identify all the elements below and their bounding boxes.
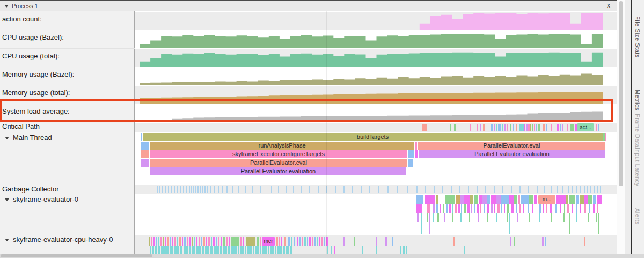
trace-slice[interactable] [196, 237, 197, 246]
trace-slice[interactable] [243, 237, 244, 246]
trace-slice[interactable] [509, 213, 510, 234]
label-skyframe-evaluator-cpu-heavy-0[interactable]: skyframe-evaluator-cpu-heavy-0 [0, 232, 135, 243]
gc-event-tick[interactable] [214, 186, 215, 193]
trace-slice[interactable] [452, 204, 453, 213]
label-skyframe-evaluator-0[interactable]: skyframe-evaluator-0 [0, 192, 135, 203]
trace-slice[interactable] [443, 204, 444, 213]
gc-event-tick[interactable] [222, 186, 223, 193]
trace-slice[interactable] [546, 124, 547, 131]
trace-slice[interactable] [516, 124, 517, 131]
trace-slice[interactable] [189, 246, 191, 254]
gc-event-tick[interactable] [197, 186, 199, 193]
track-cpu-total[interactable] [135, 49, 617, 67]
trace-slice[interactable] [530, 124, 531, 131]
trace-slice[interactable] [427, 204, 430, 213]
trace-slice[interactable] [570, 124, 574, 131]
trace-slice[interactable] [187, 237, 188, 246]
trace-slice[interactable] [445, 195, 455, 204]
gc-event-tick[interactable] [343, 186, 345, 193]
trace-slice[interactable] [539, 204, 541, 213]
trace-slice[interactable] [446, 204, 448, 213]
trace-slice[interactable] [291, 237, 292, 246]
trace-slice[interactable] [297, 237, 298, 246]
trace-slice[interactable] [474, 204, 475, 213]
collapse-arrow-icon[interactable] [4, 5, 9, 8]
trace-slice[interactable] [455, 204, 457, 213]
trace-slice-runanalysisphase[interactable]: runAnalysisPhase [150, 142, 414, 150]
cpu-bazel-chart[interactable] [140, 31, 603, 48]
trace-slice[interactable] [189, 237, 191, 246]
gc-event-tick[interactable] [378, 186, 379, 193]
trace-slice[interactable] [584, 204, 586, 213]
gc-event-tick[interactable] [193, 186, 194, 193]
trace-slice[interactable] [538, 124, 540, 131]
label-main-thread[interactable]: Main Thread [0, 130, 135, 141]
trace-slice[interactable] [362, 246, 363, 254]
trace-slice[interactable] [309, 237, 311, 246]
gc-event-tick[interactable] [177, 186, 178, 193]
gc-event-tick[interactable] [335, 186, 336, 193]
gc-event-tick[interactable] [587, 186, 588, 193]
gc-event-tick[interactable] [451, 186, 452, 193]
trace-slice[interactable] [550, 204, 552, 213]
gc-event-tick[interactable] [387, 186, 389, 193]
trace-slice[interactable] [319, 237, 320, 246]
trace-slice[interactable] [184, 246, 188, 254]
trace-slice[interactable] [484, 204, 485, 213]
trace-slice[interactable] [260, 237, 261, 246]
tab-metrics[interactable]: Metrics [634, 90, 641, 110]
collapse-arrow-icon[interactable] [5, 239, 9, 241]
trace-slice[interactable] [206, 237, 207, 246]
trace-slice[interactable] [504, 204, 505, 213]
trace-slice[interactable] [487, 213, 488, 222]
gc-event-tick[interactable] [572, 186, 573, 193]
trace-slice[interactable] [196, 246, 201, 254]
trace-slice[interactable] [151, 237, 152, 246]
trace-slice[interactable] [452, 213, 453, 222]
trace-slice[interactable] [277, 246, 282, 254]
trace-slice[interactable] [498, 124, 501, 131]
trace-slice[interactable] [551, 213, 552, 222]
trace-slice[interactable] [460, 213, 462, 222]
trace-slice[interactable] [223, 237, 225, 246]
vertical-scrollbar[interactable] [617, 0, 625, 254]
trace-slice[interactable] [172, 237, 173, 246]
trace-slice[interactable] [302, 237, 303, 246]
trace-slice[interactable] [576, 195, 579, 204]
timeline-canvas[interactable]: act... buildTargetsrunAnalysisPhaseParal… [135, 11, 617, 254]
trace-slice[interactable] [461, 204, 462, 213]
trace-slice[interactable] [450, 124, 451, 131]
trace-slice[interactable] [514, 237, 515, 246]
trace-slice[interactable] [596, 213, 597, 222]
trace-slice[interactable] [199, 237, 200, 246]
track-garbage-collector[interactable] [135, 185, 617, 194]
trace-slice[interactable] [519, 124, 524, 131]
trace-slice-parallelevaluator-eval[interactable]: ParallelEvaluator.eval [418, 142, 605, 150]
trace-slice[interactable] [334, 246, 335, 254]
trace-slice[interactable] [532, 204, 533, 213]
trace-slice[interactable] [588, 213, 589, 222]
trace-slice[interactable] [496, 124, 497, 131]
trace-slice[interactable] [223, 246, 227, 254]
trace-slice[interactable] [167, 237, 169, 246]
trace-slice[interactable] [510, 237, 511, 246]
trace-slice[interactable] [231, 246, 237, 254]
trace-slice[interactable] [268, 246, 269, 254]
gc-event-tick[interactable] [168, 186, 169, 193]
trace-slice[interactable] [179, 237, 181, 246]
trace-slice[interactable] [211, 237, 212, 246]
trace-slice[interactable] [299, 237, 301, 246]
trace-slice[interactable] [507, 124, 508, 131]
gc-event-tick[interactable] [416, 186, 418, 193]
gc-event-tick[interactable] [597, 186, 598, 193]
trace-slice[interactable] [593, 195, 596, 204]
trace-slice[interactable] [194, 237, 195, 246]
trace-slice[interactable] [433, 213, 434, 222]
trace-slice[interactable] [529, 213, 530, 222]
trace-slice[interactable] [156, 237, 157, 246]
track-action-count[interactable] [135, 12, 617, 30]
trace-slice[interactable] [324, 237, 325, 246]
trace-slice[interactable] [521, 195, 529, 204]
trace-slice[interactable] [218, 237, 219, 246]
gc-event-tick[interactable] [191, 186, 192, 193]
